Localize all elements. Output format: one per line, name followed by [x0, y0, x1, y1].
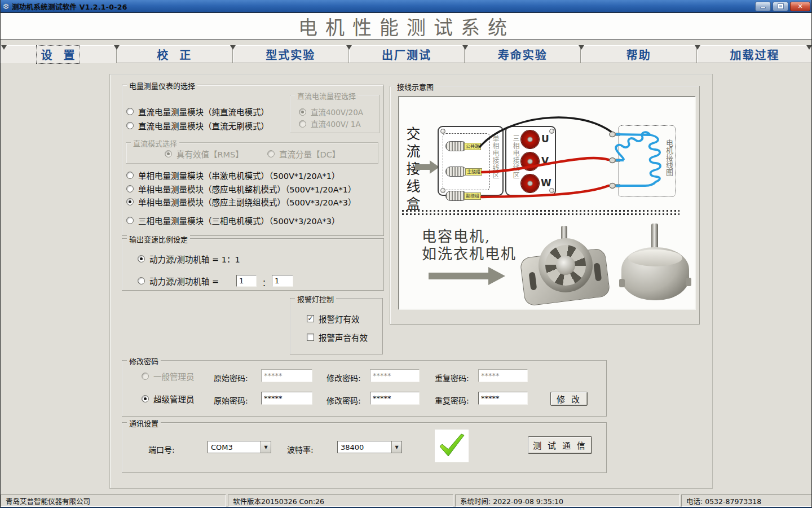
group-title: 直流电流量程选择 — [295, 90, 358, 101]
radio-sp-winding[interactable]: 单相电量测量模块（感应主副绕组模式）（500V*3/20A*3） — [126, 196, 356, 207]
radio-ratio-custom[interactable]: 动力源/测功机轴 = — [138, 275, 219, 286]
binding-post-v — [521, 152, 539, 170]
header-band: 电机性能测试系统 — [1, 12, 812, 40]
group-title: 电量测量仪表的选择 — [127, 80, 197, 91]
orig-password-input-normal — [261, 369, 312, 382]
dotted-divider — [402, 213, 679, 215]
tab-separator-marker — [114, 45, 120, 50]
label-repeat-password: 重复密码: — [435, 395, 469, 406]
radio-normal-admin: 一般管理员 — [142, 370, 195, 382]
modify-button[interactable]: 修 改 — [550, 392, 588, 406]
label-orig-password: 原始密码: — [214, 372, 248, 383]
tab-separator-marker — [579, 45, 584, 50]
tab-help[interactable]: 帮助 — [581, 45, 697, 63]
minimize-button[interactable] — [755, 2, 771, 11]
new-password-input-super[interactable] — [370, 392, 420, 405]
group-title: 修改密码 — [127, 356, 161, 366]
port-select[interactable]: COM3 ▼ — [208, 441, 271, 453]
radio-icon — [126, 198, 134, 205]
radio-sp-series[interactable]: 单相电量测量模块（串激电机模式）（500V*1/20A*1） — [126, 169, 340, 181]
arrow-icon — [429, 273, 488, 279]
radio-sp-whole[interactable]: 单相电量测量模块（感应电机整机模式）（500V*1/20A*1） — [126, 183, 356, 194]
terminal-label-main: 主绕组 — [465, 168, 482, 176]
radio-icon — [299, 120, 306, 128]
wiring-diagram-image: 交流接线盒 公共端 主绕组 副绕组 单相电接线区 三相电接线区 U V W — [398, 96, 696, 310]
corner-screw-icon — [440, 188, 445, 193]
app-icon: ❆ — [3, 2, 9, 11]
arrow-icon — [415, 164, 430, 170]
radio-dc-pure[interactable]: 直流电量测量模块（纯直流电模式） — [126, 106, 269, 117]
motor-photo-cylindrical — [619, 224, 691, 304]
tab-load-process[interactable]: 加载过程 — [697, 45, 812, 63]
single-phase-panel: 公共端 主绕组 副绕组 单相电接线区 — [438, 126, 504, 196]
page-title: 电机性能测试系统 — [298, 12, 515, 40]
motor-winding-box: 电机接线图 — [618, 125, 676, 197]
tab-life-test[interactable]: 寿命实验 — [465, 45, 581, 63]
radio-icon — [138, 255, 145, 262]
repeat-password-input-normal — [478, 369, 528, 382]
corner-screw-icon — [440, 129, 445, 134]
tab-separator-marker — [462, 45, 468, 50]
label-baud: 波特率: — [287, 444, 314, 455]
radio-icon — [126, 185, 134, 192]
chevron-down-icon[interactable]: ▼ — [391, 441, 401, 453]
check-icon — [436, 432, 467, 460]
corner-screw-icon — [549, 188, 554, 193]
baud-select[interactable]: 38400 ▼ — [337, 441, 402, 453]
group-title: 输出变速比例设定 — [127, 234, 190, 244]
status-company: 青岛艾普智能仪器有限公司 — [1, 494, 226, 507]
maximize-button[interactable] — [773, 2, 788, 11]
label-port: 端口号: — [148, 444, 175, 455]
radio-icon — [126, 217, 134, 224]
maximize-icon — [778, 4, 783, 8]
tab-factory-test[interactable]: 出厂测试 — [349, 45, 465, 63]
radio-icon — [165, 150, 172, 157]
group-alarm-light: 报警灯控制 — [290, 298, 383, 354]
chevron-down-icon[interactable]: ▼ — [261, 441, 271, 453]
radio-icon — [267, 150, 275, 157]
post-letter-w: W — [541, 177, 551, 189]
radio-dc-brushless[interactable]: 直流电量测量模块（直流无刷模式） — [126, 120, 269, 131]
close-button[interactable]: ✕ — [790, 2, 810, 11]
terminal-screw — [445, 167, 467, 177]
ratio-numerator-input[interactable] — [236, 275, 257, 287]
single-area-label: 单相电接线区 — [491, 135, 500, 191]
radio-icon — [126, 108, 134, 115]
radio-dc-400v-1a: 直流400V/ 1A — [299, 118, 361, 129]
label-new-password: 修改密码: — [326, 372, 361, 383]
checkbox-alarm-sound[interactable]: 报警声音有效 — [307, 331, 368, 343]
status-bar: 青岛艾普智能仪器有限公司 软件版本20150326 Con:26 系统时间: 2… — [1, 494, 812, 507]
terminal-label-common: 公共端 — [464, 143, 481, 150]
test-comm-button[interactable]: 测 试 通 信 — [528, 436, 592, 454]
ratio-colon: ： — [262, 277, 270, 288]
checkbox-icon: ✓ — [307, 315, 314, 322]
repeat-password-input-super[interactable] — [478, 392, 528, 405]
radio-super-admin[interactable]: 超级管理员 — [142, 393, 195, 404]
radio-icon — [126, 172, 134, 179]
tab-settings[interactable]: 设 置 — [1, 45, 117, 63]
radio-dc-400v-20a: 直流400V/20A — [299, 106, 363, 117]
group-title: 通讯设置 — [127, 418, 161, 428]
post-letter-u: U — [541, 133, 549, 144]
tabstrip-divider — [117, 63, 812, 63]
checkbox-alarm-light[interactable]: ✓ 报警灯有效 — [307, 313, 360, 324]
group-title: 接线示意图 — [395, 81, 436, 92]
group-title: 报警灯控制 — [295, 294, 336, 304]
tab-calibration[interactable]: 校 正 — [117, 45, 233, 63]
group-dc-mode: 直流模式选择 — [126, 142, 378, 164]
tab-separator-marker — [1, 45, 7, 50]
comm-ok-indicator — [435, 430, 469, 462]
checkbox-icon — [307, 334, 314, 341]
group-change-password: 修改密码 — [122, 360, 607, 417]
tab-bar: 设 置 校 正 型式实验 出厂测试 寿命实验 帮助 加载过程 — [1, 45, 812, 63]
corner-screw-icon — [549, 129, 554, 134]
radio-three-phase[interactable]: 三相电量测量模块（三相电机模式）（500V*3/20A*3） — [126, 214, 340, 226]
ratio-denominator-input[interactable] — [272, 275, 293, 287]
tab-type-test[interactable]: 型式实验 — [233, 45, 349, 63]
tab-separator-marker — [695, 45, 700, 50]
ac-box-label: 交流接线盒 — [401, 126, 422, 214]
radio-ratio-fixed[interactable]: 动力源/测功机轴 = 1：1 — [138, 253, 240, 264]
status-system-time: 系统时间: 2022-09-08 9:35:10 — [455, 494, 679, 507]
tab-separator-marker — [346, 45, 352, 50]
orig-password-input-super[interactable] — [261, 392, 312, 405]
